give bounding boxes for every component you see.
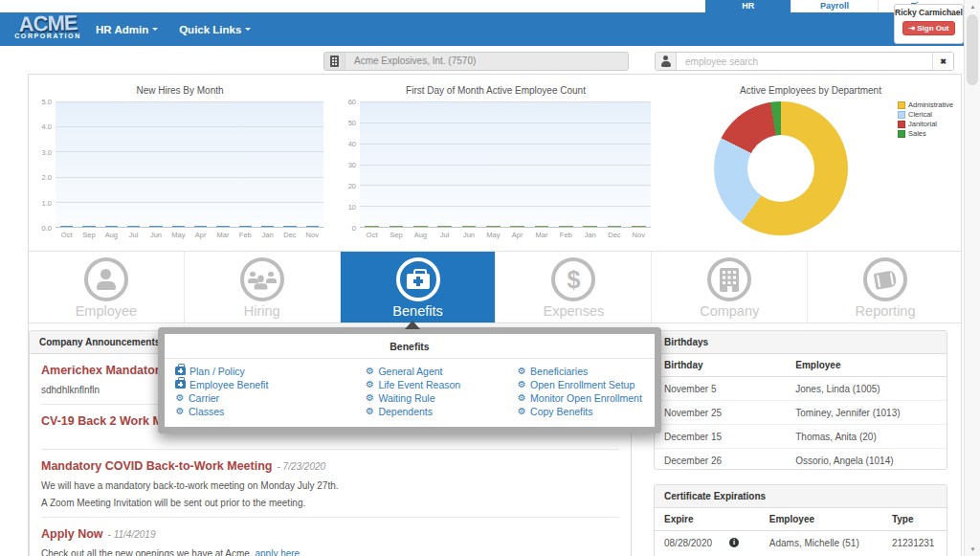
new-hires-plot-area	[56, 101, 323, 228]
menu-item-label: General Agent	[378, 366, 442, 377]
x-tick-label: Jun	[145, 231, 167, 239]
person-icon	[656, 53, 677, 70]
y-tick-label: 3.0	[42, 147, 52, 156]
x-tick-label: Jan	[256, 231, 278, 239]
tile-company[interactable]: Company	[652, 252, 808, 322]
y-tick-label: 60	[348, 98, 356, 106]
scrollbar-thumb[interactable]	[967, 14, 978, 85]
tile-reporting[interactable]: Reporting	[808, 252, 962, 322]
bar	[608, 226, 622, 227]
column-header-birthday: Birthday	[655, 354, 786, 377]
tile-employee-label: Employee	[76, 303, 137, 319]
sign-out-button[interactable]: ⇥Sign Out	[902, 21, 954, 35]
x-tick-label: Jul	[122, 231, 145, 239]
y-tick-label: 0.0	[42, 224, 52, 233]
legend-swatch	[898, 101, 905, 109]
menu-item-waiting-rule[interactable]: ⚙ Waiting Rule	[364, 391, 516, 404]
column-header-type: Type	[882, 508, 947, 531]
employee-icon	[84, 257, 128, 301]
table-row: November 5 Jones, Linda (1005)	[655, 377, 947, 401]
tile-hiring[interactable]: Hiring	[185, 252, 341, 322]
bar	[261, 226, 275, 227]
table-row: 08/28/2020 i Adams, Michelle (51) 212312…	[655, 531, 947, 555]
x-tick-label: Feb	[554, 231, 578, 239]
birthdays-panel: Birthdays Birthday Employee November 5 J…	[654, 330, 947, 470]
donut-chart	[714, 101, 848, 235]
menu-hr-admin[interactable]: HR Admin	[96, 24, 158, 35]
bar	[437, 226, 452, 227]
announcement-item: Apply Now - 11/4/2019 Check out all the …	[41, 518, 619, 556]
bar	[283, 226, 297, 227]
certificates-header-row: Expire Employee Type	[655, 508, 947, 531]
expire-cell: 08/28/2020 i	[655, 531, 760, 555]
menu-item-classes[interactable]: ⚙ Classes	[174, 405, 364, 417]
tile-employee[interactable]: Employee	[29, 252, 185, 322]
active-count-plot-area	[360, 101, 651, 228]
employee-search-input[interactable]	[677, 53, 932, 70]
sign-out-label: Sign Out	[917, 24, 948, 33]
menu-item-employee-benefit[interactable]: Employee Benefit	[174, 378, 364, 390]
tile-company-label: Company	[700, 303, 759, 319]
menu-item-beneficiaries[interactable]: ⚙ Beneficiaries	[516, 365, 649, 377]
tile-expenses[interactable]: $ Expenses	[496, 252, 652, 322]
tile-benefits[interactable]: Benefits	[341, 252, 497, 322]
scroll-down-arrow-icon[interactable]: ▼	[965, 543, 980, 556]
info-icon[interactable]: i	[729, 538, 739, 547]
tab-hr[interactable]: HR	[705, 0, 791, 12]
gear-icon: ⚙	[364, 392, 375, 403]
menu-item-general-agent[interactable]: ⚙ General Agent	[364, 365, 516, 377]
x-tick-label: Sep	[384, 231, 408, 239]
donut-hole	[747, 135, 814, 202]
certificate-expirations-panel: Certificate Expirations Expire Employee …	[654, 484, 947, 556]
bar	[583, 226, 597, 227]
menu-item-copy-benefits[interactable]: ⚙ Copy Benefits	[516, 405, 649, 417]
announcement-body: We will have a mandatory back-to-work me…	[41, 480, 619, 491]
clear-search-button[interactable]: ✖	[932, 53, 953, 70]
menu-item-label: Waiting Rule	[378, 392, 434, 404]
certificates-header: Certificate Expirations	[655, 485, 947, 508]
tab-payroll[interactable]: Payroll	[791, 0, 877, 12]
menu-item-open-enrollment-setup[interactable]: ⚙ Open Enrollment Setup	[516, 378, 649, 390]
table-row: December 26 Ossorio, Angela (1014)	[655, 449, 947, 473]
hr-dashboard-screen: HR Payroll Time ACME CORPORATION HR Admi…	[0, 0, 980, 556]
company-search-field[interactable]: Acme Explosives, Int. (7570)	[323, 52, 629, 71]
birthday-cell: November 25	[655, 401, 786, 425]
company-building-icon	[707, 257, 751, 301]
legend-item: Janitorial	[898, 120, 953, 128]
employee-cell: Ossorio, Angela (1014)	[786, 449, 947, 473]
bar	[60, 226, 74, 227]
acme-logo[interactable]: ACME CORPORATION	[10, 13, 86, 39]
type-cell: 21231231	[882, 531, 947, 555]
employee-cell: Adams, Michelle (51)	[760, 531, 882, 555]
menu-item-dependents[interactable]: ⚙ Dependents	[364, 405, 516, 417]
announcement-title[interactable]: Apply Now	[41, 527, 103, 541]
benefits-popup: Benefits Plan / Policy Employee Benefit …	[158, 327, 661, 434]
y-tick-label: 4.0	[42, 122, 52, 131]
menu-item-life-event-reason[interactable]: ⚙ Life Event Reason	[364, 378, 516, 390]
bar	[535, 226, 549, 227]
user-card: Ricky Carmichael ⇥Sign Out	[894, 4, 964, 44]
x-tick-label: Aug	[409, 231, 433, 239]
birthdays-table: Birthday Employee November 5 Jones, Lind…	[655, 354, 947, 472]
menu-quick-links-label: Quick Links	[179, 24, 241, 35]
apply-here-link[interactable]: apply here.	[255, 548, 301, 556]
gear-icon: ⚙	[174, 406, 186, 416]
tile-reporting-label: Reporting	[856, 303, 916, 319]
active-count-y-axis: 0102030405060	[339, 101, 360, 228]
legend-swatch	[898, 111, 905, 119]
menu-quick-links[interactable]: Quick Links	[179, 24, 251, 35]
gear-icon: ⚙	[174, 392, 186, 403]
x-tick-label: Mar	[212, 231, 234, 239]
bar	[486, 226, 501, 227]
vertical-scrollbar[interactable]: ▲ ▼	[964, 0, 980, 556]
hiring-group-icon	[240, 257, 284, 301]
scroll-up-arrow-icon[interactable]: ▲	[965, 0, 980, 13]
announcement-title[interactable]: Mandatory COVID Back-to-Work Meeting	[41, 459, 272, 473]
announcement-body: A Zoom Meeting Invitation will be sent o…	[41, 498, 619, 508]
menu-item-monitor-open-enrollment[interactable]: ⚙ Monitor Open Enrollment	[516, 391, 649, 404]
x-tick-label: Jan	[578, 231, 602, 239]
menu-item-carrier[interactable]: ⚙ Carrier	[174, 391, 364, 404]
menu-item-label: Classes	[189, 406, 224, 417]
menu-item-plan-policy[interactable]: Plan / Policy	[174, 365, 364, 377]
announcement-date: - 11/4/2019	[108, 529, 156, 540]
